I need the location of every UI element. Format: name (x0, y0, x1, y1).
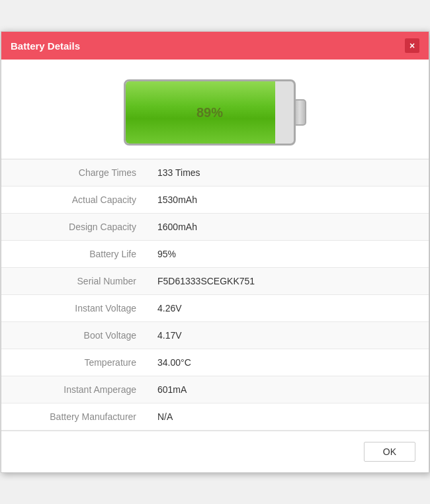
battery-tip (294, 99, 306, 126)
table-row: Charge Times 133 Times (1, 159, 429, 187)
ok-button[interactable]: OK (364, 442, 415, 462)
row-value: 1600mAh (147, 214, 429, 241)
row-label: Instant Voltage (1, 295, 147, 322)
table-row: Design Capacity 1600mAh (1, 214, 429, 241)
row-value: 95% (147, 241, 429, 268)
table-row: Instant Voltage 4.26V (1, 295, 429, 322)
battery-percent: 89% (196, 105, 223, 120)
row-value: 4.26V (147, 295, 429, 322)
row-value: 1530mAh (147, 187, 429, 214)
footer: OK (1, 431, 429, 472)
row-label: Instant Amperage (1, 376, 147, 403)
row-label: Actual Capacity (1, 187, 147, 214)
table-row: Serial Number F5D61333SCEGKK751 (1, 268, 429, 295)
battery-section: 89% (1, 60, 429, 159)
row-value: 133 Times (147, 159, 429, 187)
battery-body: 89% (124, 79, 296, 146)
table-row: Actual Capacity 1530mAh (1, 187, 429, 214)
dialog-title: Battery Details (11, 40, 80, 52)
close-button[interactable]: × (405, 38, 419, 53)
battery-details-dialog: Battery Details × 89% Charge Times 133 T… (1, 31, 429, 473)
title-bar: Battery Details × (1, 32, 429, 60)
table-row: Instant Amperage 601mA (1, 376, 429, 403)
row-value: N/A (147, 403, 429, 431)
row-label: Charge Times (1, 159, 147, 187)
row-label: Design Capacity (1, 214, 147, 241)
table-row: Battery Life 95% (1, 241, 429, 268)
row-value: 4.17V (147, 322, 429, 349)
info-table: Charge Times 133 Times Actual Capacity 1… (1, 159, 429, 431)
battery-graphic: 89% (124, 79, 306, 146)
row-label: Battery Manufacturer (1, 403, 147, 431)
row-value: 601mA (147, 376, 429, 403)
row-label: Battery Life (1, 241, 147, 268)
row-label: Temperature (1, 349, 147, 376)
table-row: Battery Manufacturer N/A (1, 403, 429, 431)
table-row: Temperature 34.00°C (1, 349, 429, 376)
table-row: Boot Voltage 4.17V (1, 322, 429, 349)
row-value: 34.00°C (147, 349, 429, 376)
row-label: Boot Voltage (1, 322, 147, 349)
row-value: F5D61333SCEGKK751 (147, 268, 429, 295)
row-label: Serial Number (1, 268, 147, 295)
